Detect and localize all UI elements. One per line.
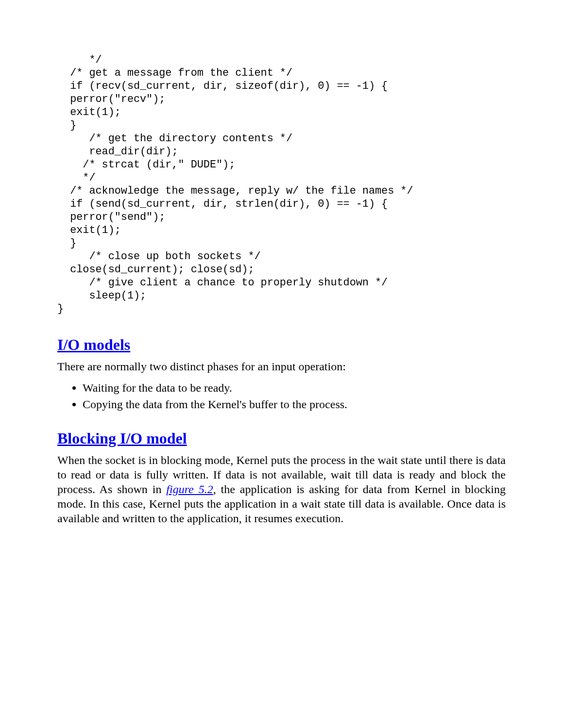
io-models-intro: There are normally two distinct phases f… (57, 359, 506, 374)
heading-blocking-io: Blocking I/O model (57, 429, 506, 448)
list-item: Waiting for the data to be ready. (83, 381, 506, 396)
blocking-paragraph: When the socket is in blocking mode, Ker… (57, 453, 506, 526)
heading-io-models-link[interactable]: I/O models (57, 336, 130, 353)
code-block: */ /* get a message from the client */ i… (57, 53, 506, 315)
list-item: Copying the data from the Kernel's buffe… (83, 397, 506, 412)
heading-blocking-io-link[interactable]: Blocking I/O model (57, 430, 187, 447)
io-models-bullets: Waiting for the data to be ready. Copyin… (57, 381, 506, 412)
heading-io-models: I/O models (57, 335, 506, 354)
figure-5-2-link[interactable]: figure 5.2 (166, 483, 213, 496)
